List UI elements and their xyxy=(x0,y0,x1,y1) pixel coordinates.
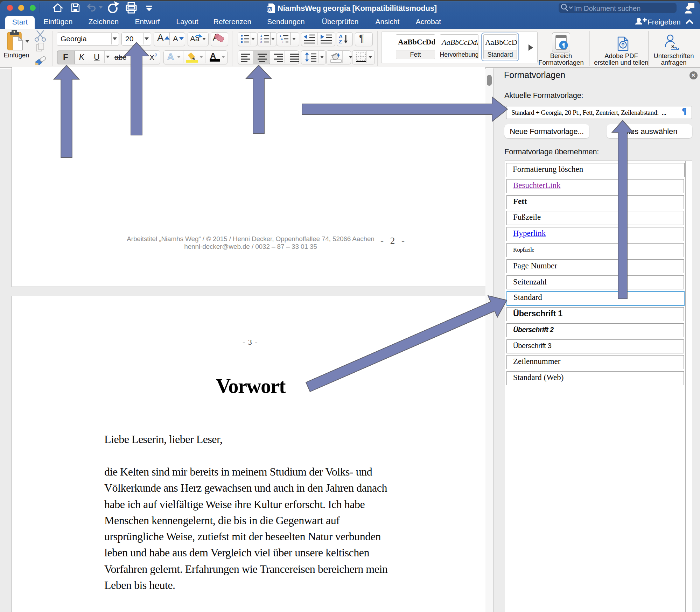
svg-text:3: 3 xyxy=(260,40,262,44)
svg-text:i: i xyxy=(282,41,283,44)
svg-text:Z: Z xyxy=(339,38,342,44)
svg-text:¶: ¶ xyxy=(562,42,565,49)
svg-text:a: a xyxy=(281,37,283,41)
svg-text:1: 1 xyxy=(280,34,281,37)
svg-text:W: W xyxy=(268,7,272,12)
